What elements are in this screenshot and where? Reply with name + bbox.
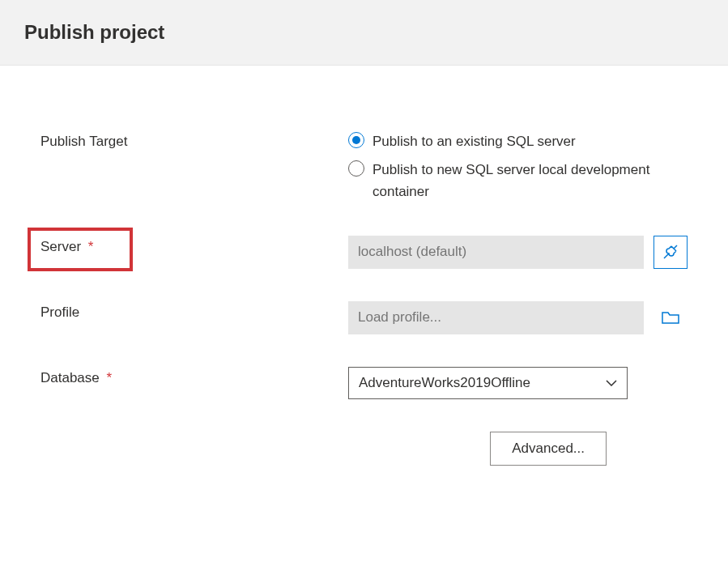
chevron-down-icon [606,380,617,386]
profile-controls [348,301,688,334]
publish-target-controls: Publish to an existing SQL server Publis… [348,130,688,203]
advanced-button[interactable]: Advanced... [490,432,607,466]
database-label: Database [40,370,100,385]
publish-target-row: Publish Target Publish to an existing SQ… [40,130,688,203]
radio-option-container[interactable]: Publish to new SQL server local developm… [348,159,688,202]
server-label-wrapper: Server * [40,236,348,255]
server-input[interactable] [348,236,644,269]
folder-icon [661,309,680,326]
database-controls: AdventureWorks2019Offline [348,367,688,399]
server-row: Server * [40,236,688,269]
database-select[interactable]: AdventureWorks2019Offline [348,367,628,399]
database-row: Database * AdventureWorks2019Offline [40,367,688,399]
server-label: Server [40,239,81,254]
publish-target-radio-group: Publish to an existing SQL server Publis… [348,130,688,203]
profile-label: Profile [40,301,348,321]
server-highlight: Server * [40,239,93,254]
database-select-value: AdventureWorks2019Offline [359,375,530,391]
dialog-header: Publish project [0,0,728,66]
profile-row: Profile [40,301,688,334]
browse-profile-button[interactable] [653,301,688,334]
radio-label-existing: Publish to an existing SQL server [373,130,576,152]
form-content: Publish Target Publish to an existing SQ… [0,66,728,498]
page-title: Publish project [24,21,704,44]
plug-icon [662,243,679,261]
advanced-row: Advanced... [40,432,688,466]
radio-input-container[interactable] [348,160,364,177]
server-required-asterisk: * [88,239,94,254]
profile-input[interactable] [348,301,644,334]
database-label-wrapper: Database * [40,367,348,386]
radio-option-existing[interactable]: Publish to an existing SQL server [348,130,688,152]
server-controls [348,236,688,269]
publish-target-label: Publish Target [40,130,348,150]
radio-input-existing[interactable] [348,132,364,148]
connect-button[interactable] [653,236,688,269]
database-required-asterisk: * [107,370,113,385]
radio-label-container: Publish to new SQL server local developm… [373,159,688,202]
